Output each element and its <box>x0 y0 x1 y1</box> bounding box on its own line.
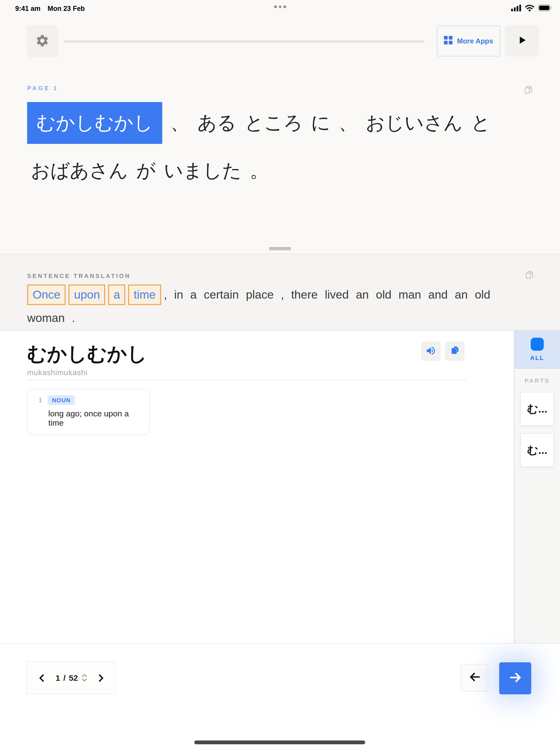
jp-token[interactable]: いました <box>164 158 242 183</box>
device-viewport: 9:41 am Mon 23 Feb <box>0 0 560 747</box>
japanese-sentence: むかしむかし、あるところに、おじいさんと おばあさんがいました。 <box>27 102 543 183</box>
translation-token[interactable]: an <box>455 287 468 303</box>
chevron-left-icon <box>38 675 46 683</box>
bottom-navigation-bar: 1 / 52 <box>0 643 560 747</box>
dictionary-entries: 1 NOUN long ago; once upon a time <box>27 389 150 435</box>
copy-sentence-button[interactable] <box>523 85 534 96</box>
more-apps-button[interactable]: More Apps <box>437 26 500 56</box>
status-right <box>511 4 552 13</box>
translation-token[interactable]: man <box>399 287 421 303</box>
total-pages: 52 <box>69 673 78 682</box>
translation-token[interactable]: , <box>164 287 167 303</box>
parts-list: む...む... <box>514 392 560 467</box>
wifi-icon <box>525 4 534 13</box>
settings-button[interactable] <box>27 26 58 57</box>
gear-icon <box>35 34 49 49</box>
page-separator: / <box>63 673 65 682</box>
jp-token[interactable]: が <box>136 158 156 183</box>
speaker-icon <box>425 345 436 358</box>
translation-token[interactable]: a <box>190 287 197 303</box>
divider <box>27 380 466 380</box>
panel-drag-handle[interactable] <box>269 247 291 250</box>
jp-token[interactable]: おばあさん <box>31 158 128 183</box>
translation-tokens: Onceuponatime,inacertainplace,therelived… <box>27 284 540 331</box>
dictionary-panel: むかしむかし mukashimukashi 1 <box>0 331 560 643</box>
copy-icon <box>523 89 534 97</box>
play-icon <box>516 35 527 47</box>
previous-page-button[interactable] <box>38 674 46 681</box>
battery-icon <box>538 4 552 13</box>
jp-token[interactable]: ところ <box>244 110 303 136</box>
arrow-left-icon <box>468 670 481 685</box>
japanese-line-2: おばあさんがいました。 <box>27 158 543 183</box>
jp-token[interactable]: むかしむかし <box>27 102 162 144</box>
copy-word-button[interactable] <box>445 341 464 361</box>
translation-token[interactable]: there <box>291 287 318 303</box>
pronounce-button[interactable] <box>421 341 441 361</box>
tab-all[interactable]: ALL <box>514 331 560 369</box>
audio-progress-bar[interactable] <box>64 40 424 43</box>
dictionary-entry-card: 1 NOUN long ago; once upon a time <box>27 389 150 435</box>
dictionary-headword: むかしむかし <box>27 341 147 367</box>
translation-token[interactable]: . <box>72 310 75 326</box>
translation-token[interactable]: upon <box>69 284 106 305</box>
translation-token[interactable]: old <box>376 287 391 303</box>
translation-token[interactable]: , <box>281 287 284 303</box>
status-date: Mon 23 Feb <box>48 5 85 12</box>
more-apps-label: More Apps <box>457 37 493 45</box>
translation-token[interactable]: an <box>356 287 369 303</box>
translation-token[interactable]: time <box>128 284 161 305</box>
previous-sentence-button[interactable] <box>461 664 488 692</box>
home-indicator[interactable] <box>194 741 365 744</box>
jp-token[interactable]: と <box>471 110 490 136</box>
next-page-button[interactable] <box>97 674 105 681</box>
part-card[interactable]: む... <box>521 392 554 426</box>
translation-token[interactable]: certain <box>204 287 239 303</box>
parts-label: PARTS <box>514 377 560 384</box>
translation-token[interactable]: place <box>246 287 274 303</box>
app-screen: 9:41 am Mon 23 Feb <box>0 0 560 747</box>
jp-token[interactable]: 、 <box>339 110 357 136</box>
current-page: 1 <box>56 673 60 682</box>
next-sentence-button[interactable] <box>499 662 531 694</box>
page-stepper[interactable] <box>81 673 87 682</box>
jp-token[interactable]: ある <box>197 110 236 136</box>
japanese-line-1: むかしむかし、あるところに、おじいさんと <box>27 102 543 144</box>
jp-token[interactable]: 、 <box>170 110 189 136</box>
dictionary-romaji: mukashimukashi <box>27 368 88 377</box>
page-counter: 1 / 52 <box>56 673 87 682</box>
part-card[interactable]: む... <box>521 433 554 467</box>
translation-token[interactable]: old <box>475 287 490 303</box>
all-square-icon <box>531 338 544 351</box>
word-parts-sidebar: ALL PARTS む...む... <box>514 331 560 643</box>
jp-token[interactable]: おじいさん <box>366 110 463 136</box>
status-bar: 9:41 am Mon 23 Feb <box>0 0 560 14</box>
entry-definition: long ago; once upon a time <box>48 409 143 427</box>
translation-token[interactable]: in <box>174 287 183 303</box>
page-label: PAGE 1 <box>27 85 58 91</box>
translation-token[interactable]: and <box>428 287 448 303</box>
translation-token[interactable]: Once <box>27 284 66 305</box>
jp-token[interactable]: に <box>311 110 330 136</box>
sentence-translation-label: SENTENCE TRANSLATION <box>27 273 131 279</box>
chevron-right-icon <box>97 675 105 683</box>
status-left: 9:41 am Mon 23 Feb <box>15 5 85 12</box>
translation-token[interactable]: woman <box>27 310 65 326</box>
copy-translation-button[interactable] <box>524 270 535 281</box>
translation-token[interactable]: a <box>108 284 125 305</box>
part-of-speech-badge: NOUN <box>48 395 75 405</box>
multitask-dots-icon[interactable] <box>274 5 286 8</box>
page-pager: 1 / 52 <box>27 661 116 694</box>
more-apps-grid-icon <box>444 36 453 46</box>
copy-icon <box>524 274 535 282</box>
copy-icon <box>450 345 460 357</box>
translation-token[interactable]: lived <box>325 287 349 303</box>
sentence-translation-panel: SENTENCE TRANSLATION Onceuponatime,inace… <box>0 254 560 331</box>
status-time: 9:41 am <box>15 5 41 12</box>
entry-index: 1 <box>38 396 42 404</box>
stepper-icon <box>81 676 87 684</box>
play-button[interactable] <box>505 26 539 56</box>
arrow-right-icon <box>508 670 522 686</box>
jp-token[interactable]: 。 <box>249 158 269 183</box>
signal-icon <box>511 4 522 13</box>
